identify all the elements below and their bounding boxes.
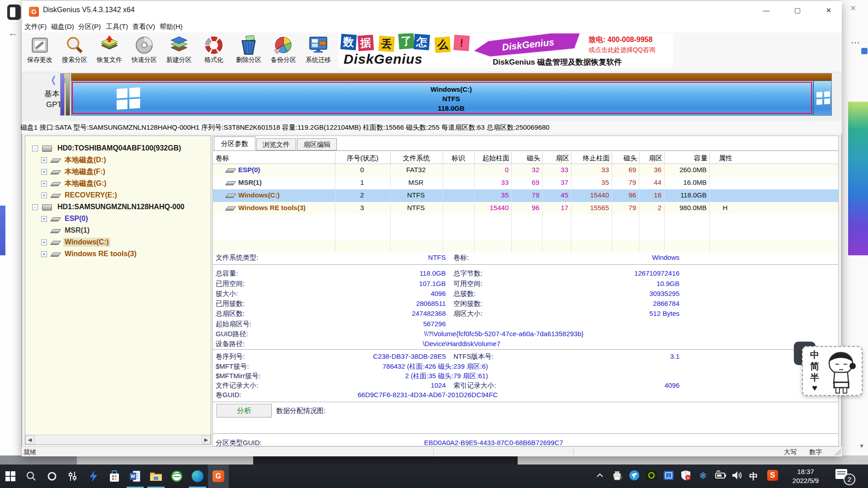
column-header-11[interactable]: 属性	[711, 154, 740, 163]
delete-partition-button[interactable]: 删除分区	[231, 34, 266, 70]
tray-dingtalk-icon[interactable]	[627, 470, 641, 483]
tree-item-recovery-e-[interactable]: +RECOVERY(E:)	[25, 189, 211, 201]
tray-ime-indicator[interactable]: 中	[747, 471, 760, 483]
column-header-1[interactable]: 序号(状态)	[337, 154, 388, 163]
expand-icon[interactable]: +	[41, 216, 47, 222]
esp-partition-bar[interactable]	[60, 73, 65, 116]
start-button[interactable]	[0, 465, 21, 488]
column-header-2[interactable]: 文件系统	[392, 154, 441, 163]
ad-banner[interactable]: DiskGenius DiskGenius 致电: 400-008-9958 或…	[338, 33, 673, 68]
expand-icon[interactable]: +	[41, 251, 47, 257]
column-header-8[interactable]: 磁头	[613, 154, 637, 163]
partition-icon	[50, 194, 61, 198]
menu-item-2[interactable]: 分区(P)	[75, 22, 104, 32]
tray-snowflake-icon[interactable]: ❄	[696, 470, 710, 483]
tray-printer-icon[interactable]: ✓	[610, 470, 624, 483]
tray-intel-icon[interactable]: i	[662, 470, 675, 483]
system-migrate-button[interactable]: 系统迁移	[301, 34, 335, 70]
cortana-button[interactable]	[42, 465, 62, 488]
close-button[interactable]: ✕	[818, 4, 839, 17]
table-row[interactable]: Windows(C:)2NTFS357945154409616118.0GB	[213, 189, 839, 202]
column-header-6[interactable]: 扇区	[544, 154, 569, 163]
expand-icon[interactable]: +	[41, 157, 47, 163]
table-row[interactable]: ESP(0)0FAT3203233336936260.0MB	[213, 164, 839, 177]
cell-divider	[639, 227, 639, 240]
taskbar-clock[interactable]: 18:37 2022/5/9	[786, 467, 826, 485]
quick-partition-button[interactable]: 快速分区	[127, 34, 161, 70]
column-header-5[interactable]: 磁头	[513, 154, 540, 163]
file-explorer-button[interactable]	[146, 465, 166, 488]
expand-icon[interactable]: +	[41, 192, 47, 198]
column-header-9[interactable]: 扇区	[641, 154, 662, 163]
tab-partition-params[interactable]: 分区参数	[214, 136, 255, 150]
background-close-icon[interactable]: ✕	[850, 4, 856, 13]
tree-item-msr-1-[interactable]: MSR(1)	[25, 225, 211, 236]
scroll-right-icon[interactable]: ▶	[202, 435, 211, 444]
tree-item-hd0-toshibamq04abf100-932gb-[interactable]: -HD0:TOSHIBAMQ04ABF100(932GB)	[25, 142, 211, 154]
menu-item-1[interactable]: 磁盘(D)	[48, 22, 77, 32]
back-arrow-icon[interactable]: ←	[8, 27, 18, 39]
format-button[interactable]: 格式化	[197, 34, 231, 70]
ime-assistant-widget[interactable]: 中简半♥	[802, 346, 863, 396]
menu-item-4[interactable]: 查看(V)	[130, 22, 158, 32]
column-header-7[interactable]: 终止柱面	[573, 154, 610, 163]
msr-partition-bar[interactable]	[66, 73, 70, 116]
taskbar-search-button[interactable]	[21, 465, 42, 488]
maximize-button[interactable]: ▢	[787, 4, 808, 17]
tree-item-hd1-samsungmznln128hahq-000[interactable]: -HD1:SAMSUNGMZNLN128HAHQ-000	[25, 201, 211, 213]
word-button[interactable]: W	[125, 465, 146, 488]
tab-sector-edit[interactable]: 扇区编辑	[297, 138, 337, 150]
analyze-button[interactable]: 分析	[217, 404, 272, 418]
detail-value: 2866784	[544, 300, 679, 307]
search-partition-button[interactable]: 搜索分区	[57, 34, 92, 70]
save-changes-button[interactable]: 保存更改	[23, 34, 57, 70]
menu-item-3[interactable]: 工具(T)	[103, 22, 131, 32]
column-header-0[interactable]: 卷标	[216, 154, 333, 163]
expand-icon[interactable]: +	[41, 169, 47, 175]
column-header-4[interactable]: 起始柱面	[476, 154, 509, 163]
tray-nvidia-icon[interactable]	[645, 470, 658, 483]
column-header-10[interactable]: 容量	[666, 154, 708, 163]
collapse-icon[interactable]: -	[32, 204, 38, 210]
backup-partition-button[interactable]: 备份分区	[266, 34, 301, 70]
disk-bar[interactable]: Windows(C:) NTFS 118.0GB	[71, 73, 832, 116]
tray-expand-icon[interactable]	[593, 470, 607, 483]
tray-volume-icon[interactable]	[731, 470, 744, 483]
tree-item--d-[interactable]: +本地磁盘(D:)	[25, 154, 211, 166]
flash-app-button[interactable]	[83, 465, 104, 488]
diskgenius-taskbar-button[interactable]: G	[208, 465, 229, 488]
recover-files-button[interactable]: 恢复文件	[92, 34, 127, 70]
menu-item-5[interactable]: 帮助(H)	[157, 22, 185, 32]
tree-item--f-[interactable]: +本地磁盘(F:)	[25, 166, 211, 178]
table-row[interactable]: MSR(1)1MSR33693735794416.0MB	[213, 177, 839, 189]
tree-item-windows-re-tools-3-[interactable]: +Windows RE tools(3)	[25, 248, 211, 260]
task-view-button[interactable]	[62, 465, 83, 488]
edge-button[interactable]	[187, 465, 208, 488]
tray-security-shield-icon[interactable]: ✕	[679, 470, 693, 483]
table-row[interactable]: Windows RE tools(3)3NTFS1544096171556579…	[213, 202, 839, 215]
banner-qq-link[interactable]: 或点击此处选择QQ咨询	[589, 46, 656, 54]
ie-browser-button[interactable]	[166, 465, 187, 488]
tab-browse-files[interactable]: 浏览文件	[256, 138, 296, 150]
tree-item-windows-c-[interactable]: +Windows(C:)	[25, 236, 211, 248]
column-header-3[interactable]: 标识	[444, 154, 472, 163]
expand-icon[interactable]: +	[41, 181, 47, 187]
more-options-icon[interactable]: ⋯	[851, 37, 860, 48]
prev-disk-icon[interactable]: ❬	[50, 74, 57, 85]
ms-store-button[interactable]	[104, 465, 125, 488]
notification-badge[interactable]: 2	[844, 474, 855, 485]
expand-icon[interactable]: +	[41, 239, 47, 245]
tray-power-icon[interactable]	[713, 470, 727, 483]
tree-item-esp-0-[interactable]: +ESP(0)	[25, 213, 211, 225]
scroll-left-icon[interactable]: ◀	[25, 435, 34, 444]
tree-item--g-[interactable]: +本地磁盘(G:)	[25, 178, 211, 189]
minimize-button[interactable]: —	[756, 4, 777, 17]
resize-grip[interactable]	[835, 449, 841, 455]
scroll-down-icon[interactable]: ▼	[859, 443, 864, 449]
tree-hscrollbar[interactable]: ◀ ▶	[25, 435, 211, 444]
new-partition-button[interactable]: 新建分区	[162, 34, 196, 70]
tray-sogou-icon[interactable]: S	[766, 470, 779, 483]
menu-item-0[interactable]: 文件(F)	[22, 22, 49, 32]
menu-bar: 文件(F)磁盘(D)分区(P)工具(T)查看(V)帮助(H)	[22, 20, 842, 33]
collapse-icon[interactable]: -	[32, 145, 38, 151]
